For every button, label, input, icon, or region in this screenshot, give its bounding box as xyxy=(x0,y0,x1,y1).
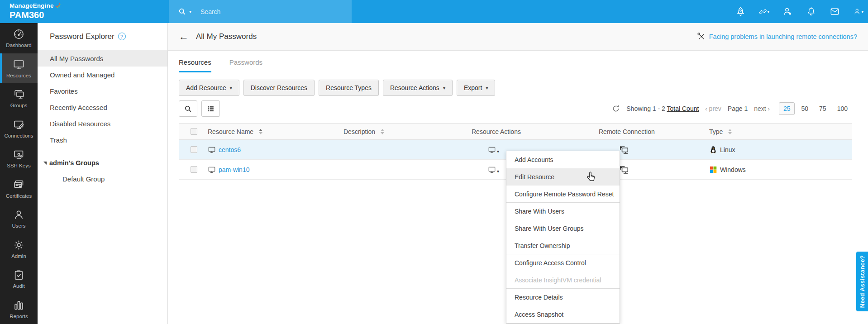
export-button[interactable]: Export▾ xyxy=(457,80,496,96)
monitor-key-icon xyxy=(13,148,25,161)
column-header-resource-actions: Resource Actions xyxy=(472,128,521,135)
explorer-title: Password Explorer xyxy=(50,32,114,41)
sidebar-item-reports[interactable]: Reports xyxy=(0,294,38,324)
remote-connection-icon[interactable] xyxy=(619,164,630,175)
user-star-icon[interactable] xyxy=(782,6,793,17)
sidebar-item-label: Dashboard xyxy=(6,43,31,48)
monitor-icon xyxy=(208,166,216,174)
menu-item-access-snapshot[interactable]: Access Snapshot xyxy=(506,306,620,323)
search-scope-caret-icon[interactable]: ▾ xyxy=(189,9,191,14)
sidebar-item-certificates[interactable]: Certificates xyxy=(0,174,38,204)
resource-actions-dropdown[interactable]: ▾ xyxy=(488,146,499,154)
sidebar-item-audit[interactable]: Audit xyxy=(0,264,38,294)
page-size-100[interactable]: 100 xyxy=(833,102,852,115)
refresh-icon[interactable] xyxy=(612,105,620,113)
back-arrow-icon[interactable]: ← xyxy=(179,32,189,42)
need-assistance-tab[interactable]: Need Assistance? xyxy=(856,252,868,311)
row-checkbox[interactable] xyxy=(191,166,197,173)
menu-item-share-with-user-groups[interactable]: Share With User Groups xyxy=(506,220,620,237)
resource-type-label: Windows xyxy=(720,166,746,173)
table-search-button[interactable] xyxy=(179,100,197,117)
explorer-group-label: admin's Groups xyxy=(49,159,99,167)
column-header-remote-connection: Remote Connection xyxy=(599,128,655,135)
remote-connection-help-link[interactable]: Facing problems in launching remote conn… xyxy=(697,33,857,41)
windows-icon xyxy=(709,166,717,174)
brand-product: PAM360 xyxy=(10,10,61,20)
rocket-icon[interactable] xyxy=(735,6,746,17)
total-count-link[interactable]: Total Count xyxy=(667,105,699,112)
select-all-checkbox[interactable] xyxy=(191,128,197,135)
search-icon[interactable] xyxy=(178,7,186,16)
explorer-group-admins-groups[interactable]: admin's Groups xyxy=(38,155,167,171)
sort-icon[interactable] xyxy=(381,129,384,134)
help-icon[interactable]: ? xyxy=(118,33,126,40)
user-icon[interactable]: ▾ xyxy=(853,6,863,17)
sidebar-item-users[interactable]: Users xyxy=(0,204,38,234)
resource-name-link[interactable]: pam-win10 xyxy=(219,166,249,173)
brand-name: ManageEngine xyxy=(10,2,54,9)
sidebar-item-connections[interactable]: Connections xyxy=(0,114,38,144)
sort-icon[interactable] xyxy=(259,129,262,134)
sidebar-item-label: Reports xyxy=(10,314,28,319)
explorer-item-all-my-passwords[interactable]: All My Passwords xyxy=(38,50,167,67)
explorer-item-default-group[interactable]: Default Group xyxy=(38,171,167,187)
menu-item-configure-remote-password-reset[interactable]: Configure Remote Password Reset xyxy=(506,186,620,203)
tree-expand-icon[interactable] xyxy=(43,162,47,165)
page-size-75[interactable]: 75 xyxy=(815,102,831,115)
menu-item-add-accounts[interactable]: Add Accounts xyxy=(506,151,620,168)
menu-item-resource-details[interactable]: Resource Details xyxy=(506,289,620,306)
menu-item-share-with-users[interactable]: Share With Users xyxy=(506,203,620,220)
add-resource-button[interactable]: Add Resource▾ xyxy=(179,80,239,96)
sidebar-item-label: Admin xyxy=(11,253,26,259)
showing-count: Showing 1 - 2 Total Count xyxy=(626,105,699,112)
column-chooser-button[interactable] xyxy=(201,100,220,117)
page-size-50[interactable]: 50 xyxy=(796,102,813,115)
tab-passwords[interactable]: Passwords xyxy=(229,58,262,72)
resource-types-button[interactable]: Resource Types xyxy=(319,80,379,96)
chevron-down-icon: ▾ xyxy=(230,86,232,91)
sort-icon[interactable] xyxy=(728,129,732,134)
link-icon[interactable]: ▾ xyxy=(759,6,769,17)
bell-icon[interactable] xyxy=(806,6,816,17)
explorer-item-disabled-resources[interactable]: Disabled Resources xyxy=(38,115,167,132)
menu-item-transfer-ownership[interactable]: Transfer Ownership xyxy=(506,237,620,254)
sidebar-item-label: Resources xyxy=(6,73,31,78)
sidebar-item-dashboard[interactable]: Dashboard xyxy=(0,23,38,53)
menu-item-configure-access-control[interactable]: Configure Access Control xyxy=(506,254,620,272)
chevron-down-icon: ▾ xyxy=(497,169,499,174)
main-content: ← All My Passwords Facing problems in la… xyxy=(168,23,868,324)
row-checkbox[interactable] xyxy=(191,146,197,153)
brand-logo[interactable]: ManageEngine PAM360 xyxy=(10,2,61,20)
resource-type-label: Linux xyxy=(720,146,735,153)
sidebar-item-admin[interactable]: Admin xyxy=(0,234,38,264)
resource-actions-button[interactable]: Resource Actions▾ xyxy=(383,80,453,96)
sidebar-item-label: SSH Keys xyxy=(7,163,30,168)
prev-page-button[interactable]: ‹ prev xyxy=(705,105,721,112)
explorer-item-favorites[interactable]: Favorites xyxy=(38,83,167,99)
button-label: Resource Types xyxy=(326,84,372,91)
menu-item-edit-resource[interactable]: Edit Resource xyxy=(506,168,620,186)
tab-resources[interactable]: Resources xyxy=(179,58,211,72)
resource-actions-dropdown[interactable]: ▾ xyxy=(488,166,499,174)
resource-name-link[interactable]: centos6 xyxy=(219,146,241,153)
explorer-item-trash[interactable]: Trash xyxy=(38,132,167,148)
explorer-item-recently-accessed[interactable]: Recently Accessed xyxy=(38,99,167,115)
certificate-icon xyxy=(13,179,25,191)
discover-resources-button[interactable]: Discover Resources xyxy=(243,80,315,96)
mail-icon[interactable] xyxy=(830,6,840,17)
tab-bar: ResourcesPasswords xyxy=(179,58,262,72)
pagination: Showing 1 - 2 Total Count ‹ prev Page 1 … xyxy=(612,100,852,117)
search-input[interactable] xyxy=(200,8,336,15)
button-label: Resource Actions xyxy=(390,84,439,91)
sidebar-item-groups[interactable]: Groups xyxy=(0,83,38,114)
sidebar-item-label: Groups xyxy=(10,103,28,108)
remote-connection-icon[interactable] xyxy=(619,144,630,155)
sidebar-item-resources[interactable]: Resources xyxy=(0,53,38,84)
sidebar-item-label: Connections xyxy=(5,133,33,138)
explorer-item-owned-and-managed[interactable]: Owned and Managed xyxy=(38,67,167,83)
next-page-button[interactable]: next › xyxy=(754,105,770,112)
page-size-25[interactable]: 25 xyxy=(779,102,795,115)
sidebar-item-ssh-keys[interactable]: SSH Keys xyxy=(0,143,38,174)
chevron-down-icon: ▾ xyxy=(486,86,488,91)
chevron-down-icon: ▾ xyxy=(767,10,769,14)
